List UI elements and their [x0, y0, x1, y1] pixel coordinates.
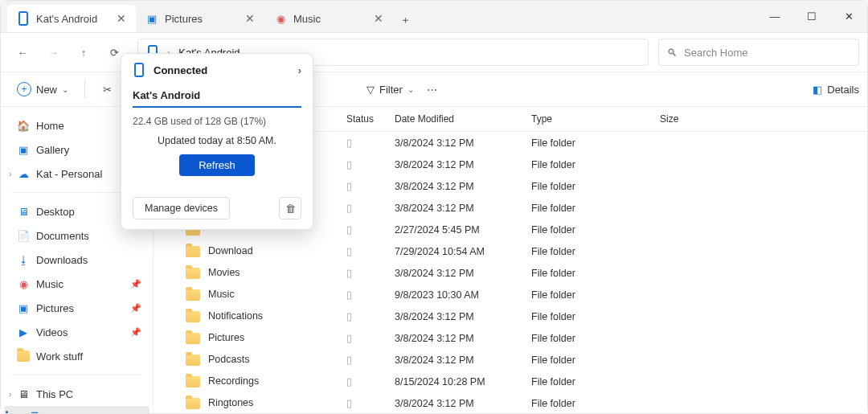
close-icon[interactable]: ✕: [374, 12, 383, 25]
col-type[interactable]: Type: [523, 107, 652, 132]
tab-music[interactable]: ◉ Music ✕: [264, 5, 393, 32]
device-status-icon: ▯: [346, 159, 352, 170]
sidebar-item-label: Kat's Android: [47, 412, 108, 414]
file-type: File folder: [523, 219, 652, 240]
table-row[interactable]: Notifications▯3/8/2024 3:12 PMFile folde…: [154, 305, 867, 327]
sidebar-item-pictures[interactable]: ▣ Pictures 📌: [4, 296, 149, 320]
device-status-icon: ▯: [346, 224, 352, 236]
sidebar-item-thispc[interactable]: › 🖥 This PC: [4, 382, 149, 406]
filter-icon: ▽: [366, 84, 375, 96]
popup-title: Connected: [154, 64, 207, 76]
table-row[interactable]: Music▯9/8/2023 10:30 AMFile folder: [154, 284, 867, 305]
file-name: Pictures: [208, 332, 244, 343]
close-icon[interactable]: ✕: [117, 12, 126, 25]
new-tab-button[interactable]: ＋: [393, 8, 417, 32]
forward-button[interactable]: →: [39, 39, 67, 66]
sidebar-item-work[interactable]: Work stuff: [4, 344, 149, 368]
sidebar-item-label: Desktop: [36, 206, 75, 218]
table-row[interactable]: Ringtones▯3/8/2024 3:12 PMFile folder: [154, 392, 867, 413]
delete-button[interactable]: 🗑: [279, 197, 301, 219]
details-button[interactable]: ◧ Details: [813, 84, 859, 96]
sidebar-item-label: Kat - Personal: [36, 168, 102, 180]
sidebar-item-music[interactable]: ◉ Music 📌: [4, 272, 149, 296]
col-date[interactable]: Date Modified: [387, 107, 523, 132]
sidebar-item-videos[interactable]: ▶ Videos 📌: [4, 320, 149, 344]
sidebar-item-device[interactable]: Kat's Android: [4, 406, 149, 413]
col-size[interactable]: Size: [652, 107, 867, 132]
device-status-icon: ▯: [346, 137, 352, 149]
file-type: File folder: [523, 349, 652, 371]
table-row[interactable]: Download▯7/29/2024 10:54 AMFile folder: [154, 240, 867, 262]
new-button[interactable]: + New ⌄: [9, 77, 76, 101]
file-type: File folder: [523, 371, 652, 392]
file-date: 3/8/2024 3:12 PM: [387, 349, 523, 371]
popup-body: Kat's Android 22.4 GB used of 128 GB (17…: [121, 89, 313, 176]
tab-pictures[interactable]: ▣ Pictures ✕: [136, 5, 264, 32]
popup-header[interactable]: Connected ›: [121, 54, 313, 86]
file-date: 3/8/2024 3:12 PM: [387, 262, 523, 284]
file-type: File folder: [523, 240, 652, 262]
table-row[interactable]: Pictures▯3/8/2024 3:12 PMFile folder: [154, 327, 867, 349]
file-type: File folder: [523, 175, 652, 197]
desktop-icon: 🖥: [17, 205, 30, 218]
phone-icon: [17, 12, 30, 25]
file-type: File folder: [523, 305, 652, 327]
table-row[interactable]: Podcasts▯3/8/2024 3:12 PMFile folder: [154, 349, 867, 371]
pictures-icon: ▣: [145, 12, 158, 25]
pictures-icon: ▣: [17, 301, 30, 314]
minimize-button[interactable]: —: [756, 1, 793, 33]
file-name: Download: [208, 245, 253, 256]
sidebar-item-label: Work stuff: [36, 350, 83, 363]
file-date: 3/8/2024 3:12 PM: [387, 132, 523, 154]
file-size: [652, 371, 867, 392]
pin-icon[interactable]: 📌: [130, 303, 141, 314]
cut-button[interactable]: ✂: [93, 77, 121, 101]
chevron-down-icon: ⌄: [62, 85, 68, 94]
sidebar-item-label: Downloads: [36, 254, 88, 266]
close-button[interactable]: ✕: [830, 1, 867, 33]
folder-icon: [186, 376, 200, 387]
tab-label: Kat's Android: [36, 13, 97, 25]
file-size: [652, 197, 867, 219]
pin-icon[interactable]: 📌: [130, 279, 141, 289]
plus-icon: +: [17, 82, 31, 96]
col-status[interactable]: Status: [338, 107, 387, 132]
file-type: File folder: [523, 262, 652, 284]
table-row[interactable]: Movies▯3/8/2024 3:12 PMFile folder: [154, 262, 867, 284]
pin-icon[interactable]: 📌: [130, 327, 141, 338]
device-status-icon: ▯: [346, 268, 352, 279]
up-button[interactable]: ↑: [70, 39, 97, 66]
maximize-button[interactable]: ☐: [793, 1, 830, 33]
folder-icon: [186, 246, 200, 257]
close-icon[interactable]: ✕: [245, 12, 255, 25]
back-button[interactable]: ←: [9, 39, 36, 66]
file-date: 7/29/2024 10:54 AM: [387, 240, 523, 262]
device-popup: Connected › Kat's Android 22.4 GB used o…: [121, 53, 313, 230]
folder-icon: [186, 398, 200, 409]
music-icon: ◉: [274, 12, 287, 25]
search-input[interactable]: 🔍︎ Search Home: [658, 39, 859, 66]
separator: [12, 375, 141, 375]
chevron-right-icon[interactable]: ›: [9, 170, 11, 178]
documents-icon: 📄: [17, 229, 30, 242]
filter-button[interactable]: ▽ Filter ⌄: [366, 84, 414, 96]
more-button[interactable]: ⋯: [419, 77, 446, 101]
device-status-icon: ▯: [346, 203, 352, 214]
file-date: 3/8/2024 3:12 PM: [387, 327, 523, 349]
file-type: File folder: [523, 132, 652, 154]
file-name: Podcasts: [208, 354, 249, 365]
file-name: Notifications: [208, 310, 263, 322]
file-date: 2/27/2024 5:45 PM: [387, 219, 523, 240]
chevron-right-icon[interactable]: ›: [9, 390, 11, 399]
chevron-right-icon: ›: [298, 64, 301, 76]
table-row[interactable]: Recordings▯8/15/2024 10:28 PMFile folder: [154, 371, 867, 392]
videos-icon: ▶: [17, 326, 30, 338]
manage-devices-button[interactable]: Manage devices: [133, 197, 230, 219]
file-size: [652, 392, 867, 413]
refresh-button[interactable]: Refresh: [179, 154, 255, 176]
sidebar-item-downloads[interactable]: ⭳ Downloads: [4, 248, 149, 272]
window-controls: — ☐ ✕: [756, 1, 867, 33]
tab-kats-android[interactable]: Kat's Android ✕: [7, 5, 136, 32]
new-label: New: [36, 84, 57, 96]
device-status-icon: ▯: [346, 311, 352, 322]
